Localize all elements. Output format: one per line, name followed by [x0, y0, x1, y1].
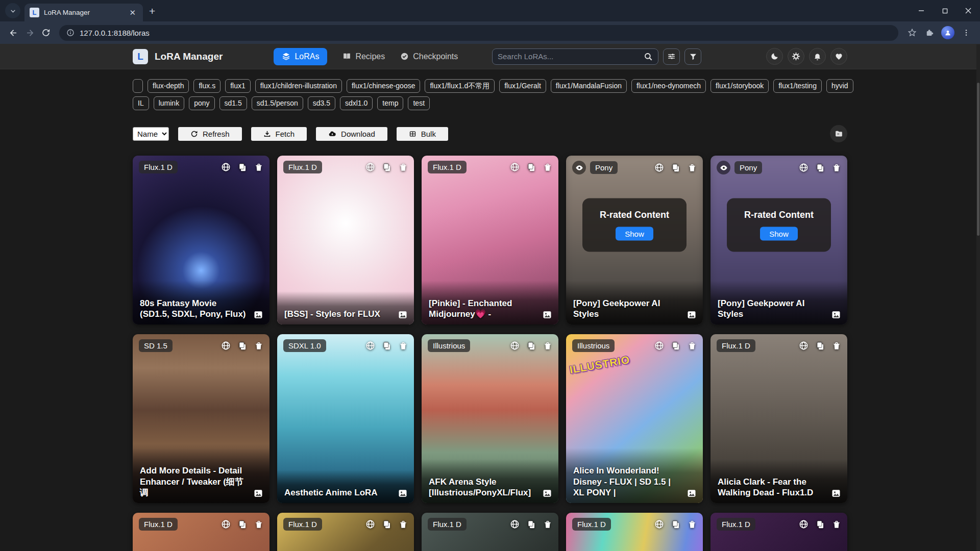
folder-chip[interactable]: temp	[377, 96, 403, 110]
search-options-button[interactable]	[663, 48, 680, 65]
folder-chip[interactable]: flux1/chinese-goose	[347, 79, 421, 93]
lora-card[interactable]: SDXL 1.0 Aesthetic Anime LoRA	[277, 334, 414, 503]
lora-card[interactable]: Flux.1 D	[277, 513, 414, 551]
open-on-web-globe-icon[interactable]	[799, 341, 808, 350]
support-button[interactable]	[830, 48, 847, 65]
folder-chip[interactable]: flux1/storybook	[710, 79, 769, 93]
example-images-icon[interactable]	[398, 488, 408, 498]
open-on-web-globe-icon[interactable]	[799, 163, 808, 172]
sort-select[interactable]: Name	[133, 127, 169, 141]
open-on-web-globe-icon[interactable]	[654, 519, 664, 529]
delete-trash-icon[interactable]	[254, 520, 263, 529]
forward-button[interactable]	[21, 24, 38, 41]
bulk-button[interactable]: Bulk	[397, 127, 448, 141]
open-on-web-globe-icon[interactable]	[510, 519, 520, 529]
open-folder-button[interactable]	[830, 125, 847, 142]
example-images-icon[interactable]	[831, 488, 841, 498]
folder-chip[interactable]: flux1/MandalaFusion	[551, 79, 627, 93]
open-on-web-globe-icon[interactable]	[654, 341, 664, 350]
folder-chip[interactable]: lumink	[154, 96, 184, 110]
tab-recipes[interactable]: Recipes	[342, 52, 385, 61]
copy-icon[interactable]	[238, 163, 247, 172]
refresh-button[interactable]: Refresh	[178, 127, 242, 141]
delete-trash-icon[interactable]	[688, 520, 697, 529]
reload-button[interactable]	[38, 24, 54, 41]
copy-icon[interactable]	[671, 520, 680, 529]
delete-trash-icon[interactable]	[399, 341, 408, 350]
theme-toggle-button[interactable]	[766, 48, 783, 65]
delete-trash-icon[interactable]	[543, 520, 552, 529]
example-images-icon[interactable]	[398, 310, 408, 320]
site-info-icon[interactable]	[66, 29, 75, 37]
delete-trash-icon[interactable]	[832, 163, 841, 172]
nsfw-eye-icon[interactable]	[572, 161, 586, 174]
tab-close-icon[interactable]: ✕	[127, 7, 138, 18]
tab-loras[interactable]: LoRAs	[274, 48, 327, 65]
show-nsfw-button[interactable]: Show	[616, 227, 653, 240]
copy-icon[interactable]	[382, 163, 391, 172]
example-images-icon[interactable]	[687, 310, 697, 320]
extensions-puzzle-icon[interactable]	[921, 24, 938, 41]
lora-card[interactable]: Pony R-rated Content Show [Pony] Geekpow…	[710, 156, 847, 324]
delete-trash-icon[interactable]	[543, 163, 552, 172]
delete-trash-icon[interactable]	[543, 341, 552, 350]
copy-icon[interactable]	[527, 341, 536, 350]
tab-search-button[interactable]	[5, 3, 20, 18]
example-images-icon[interactable]	[253, 488, 263, 498]
open-on-web-globe-icon[interactable]	[510, 341, 520, 350]
folder-chip[interactable]: sd3.5	[308, 96, 335, 110]
lora-card[interactable]: SD 1.5 Add More Details - Detail Enhance…	[133, 334, 270, 503]
search-input[interactable]	[498, 52, 644, 61]
copy-icon[interactable]	[527, 520, 536, 529]
folder-chip[interactable]: flux1/flux1.d不常用	[425, 79, 495, 93]
lora-card[interactable]: Flux.1 D [BSS] - Styles for FLUX	[277, 156, 414, 324]
open-on-web-globe-icon[interactable]	[221, 519, 231, 529]
folder-chip[interactable]: flux1	[225, 79, 251, 93]
folder-chip[interactable]: flux1/Geralt	[499, 79, 546, 93]
bookmark-star-icon[interactable]	[903, 24, 921, 41]
folder-chip[interactable]: hyvid	[826, 79, 853, 93]
delete-trash-icon[interactable]	[254, 163, 263, 172]
browser-menu-icon[interactable]	[958, 24, 975, 41]
folder-chip[interactable]: sdxl1.0	[340, 96, 373, 110]
copy-icon[interactable]	[671, 341, 680, 350]
lora-card[interactable]: Flux.1 D	[133, 513, 270, 551]
folder-chip[interactable]: IL	[133, 96, 149, 110]
folder-chip[interactable]: test	[408, 96, 430, 110]
example-images-icon[interactable]	[687, 488, 697, 498]
example-images-icon[interactable]	[542, 310, 552, 320]
copy-icon[interactable]	[816, 520, 825, 529]
delete-trash-icon[interactable]	[688, 341, 697, 350]
example-images-icon[interactable]	[831, 310, 841, 320]
lora-card[interactable]: Flux.1 D 80s Fantasy Movie (SD1.5, SDXL,…	[133, 156, 270, 324]
example-images-icon[interactable]	[542, 488, 552, 498]
new-tab-button[interactable]: +	[149, 6, 155, 16]
copy-icon[interactable]	[238, 341, 247, 350]
copy-icon[interactable]	[671, 163, 680, 172]
browser-tab[interactable]: L LoRA Manager ✕	[24, 4, 143, 21]
notifications-button[interactable]	[809, 48, 826, 65]
delete-trash-icon[interactable]	[399, 520, 408, 529]
open-on-web-globe-icon[interactable]	[221, 341, 231, 350]
folder-chip[interactable]: sd1.5/person	[252, 96, 303, 110]
settings-button[interactable]	[788, 48, 804, 65]
window-maximize-button[interactable]	[933, 0, 957, 21]
open-on-web-globe-icon[interactable]	[654, 163, 664, 172]
page-scrollbar[interactable]	[976, 44, 980, 551]
show-nsfw-button[interactable]: Show	[760, 227, 798, 240]
copy-icon[interactable]	[382, 341, 391, 350]
delete-trash-icon[interactable]	[688, 163, 697, 172]
window-close-button[interactable]	[957, 0, 980, 21]
copy-icon[interactable]	[382, 520, 391, 529]
folder-chip[interactable]: sd1.5	[219, 96, 247, 110]
delete-trash-icon[interactable]	[399, 163, 408, 172]
lora-card[interactable]: Pony R-rated Content Show [Pony] Geekpow…	[566, 156, 703, 324]
lora-card[interactable]: Illustrious AFK Arena Style [Illustrious…	[422, 334, 558, 503]
lora-card[interactable]: Flux.1 D	[710, 513, 847, 551]
folder-chip[interactable]: flux.s	[193, 79, 220, 93]
copy-icon[interactable]	[816, 341, 825, 350]
folder-chip[interactable]: flux1/neo-dynomech	[631, 79, 706, 93]
window-minimize-button[interactable]	[910, 0, 933, 21]
folder-chip[interactable]: flux1/testing	[773, 79, 822, 93]
delete-trash-icon[interactable]	[832, 520, 841, 529]
